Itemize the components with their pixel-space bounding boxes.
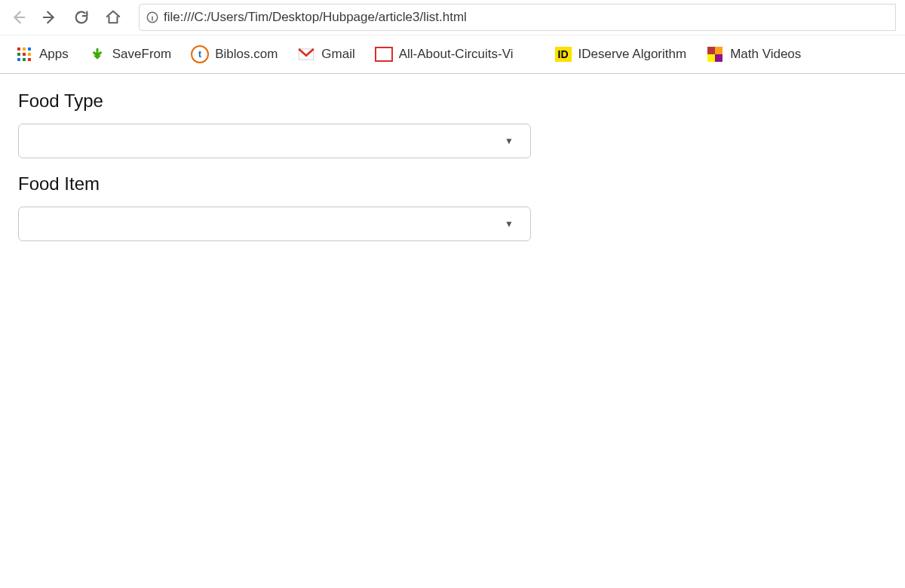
bookmark-label: IDeserve Algorithm xyxy=(578,47,687,62)
svg-point-4 xyxy=(152,14,153,15)
food-item-label: Food Item xyxy=(18,173,887,194)
bookmark-gmail[interactable]: Gmail xyxy=(291,45,360,63)
ideserve-icon: ID xyxy=(554,45,572,63)
chevron-down-icon: ▼ xyxy=(505,136,514,146)
bookmark-label: Math Videos xyxy=(730,47,801,62)
bookmark-label: Gmail xyxy=(321,47,354,62)
food-type-label: Food Type xyxy=(18,90,887,112)
download-arrow-icon xyxy=(88,45,106,63)
page-body: Food Type ▼ Food Item ▼ xyxy=(0,74,905,270)
apps-button[interactable]: Apps xyxy=(9,45,75,63)
bookmark-label: Biblos.com xyxy=(215,47,278,62)
back-button[interactable] xyxy=(9,8,27,26)
home-button[interactable] xyxy=(104,8,122,26)
math-videos-icon xyxy=(706,45,724,63)
url-text: file:///C:/Users/Tim/Desktop/Hubpage/art… xyxy=(164,10,467,25)
bookmark-all-about-circuits[interactable]: All-About-Circuits-Vi xyxy=(369,45,520,63)
food-item-select[interactable]: ▼ xyxy=(18,207,531,241)
bookmark-label: All-About-Circuits-Vi xyxy=(399,47,514,62)
apps-label: Apps xyxy=(39,47,69,62)
food-type-select[interactable]: ▼ xyxy=(18,124,531,158)
reload-button[interactable] xyxy=(72,8,90,26)
bookmark-biblos[interactable]: t Biblos.com xyxy=(185,45,284,63)
apps-icon xyxy=(15,45,33,63)
bookmark-savefrom[interactable]: SaveFrom xyxy=(82,45,177,63)
bookmark-math-videos[interactable]: Math Videos xyxy=(700,45,807,63)
address-bar[interactable]: file:///C:/Users/Tim/Desktop/Hubpage/art… xyxy=(139,4,896,31)
info-icon xyxy=(146,11,159,24)
biblos-icon: t xyxy=(191,45,209,63)
svg-marker-5 xyxy=(94,56,102,60)
chevron-down-icon: ▼ xyxy=(505,219,514,229)
bookmarks-bar: Apps SaveFrom t Biblos.com xyxy=(0,35,905,74)
gmail-icon xyxy=(297,45,315,63)
bookmark-label: SaveFrom xyxy=(112,47,171,62)
circuits-icon xyxy=(375,45,393,63)
browser-chrome: file:///C:/Users/Tim/Desktop/Hubpage/art… xyxy=(0,0,905,74)
nav-row: file:///C:/Users/Tim/Desktop/Hubpage/art… xyxy=(0,0,905,35)
bookmark-ideserve[interactable]: ID IDeserve Algorithm xyxy=(548,45,693,63)
forward-button[interactable] xyxy=(41,8,59,26)
